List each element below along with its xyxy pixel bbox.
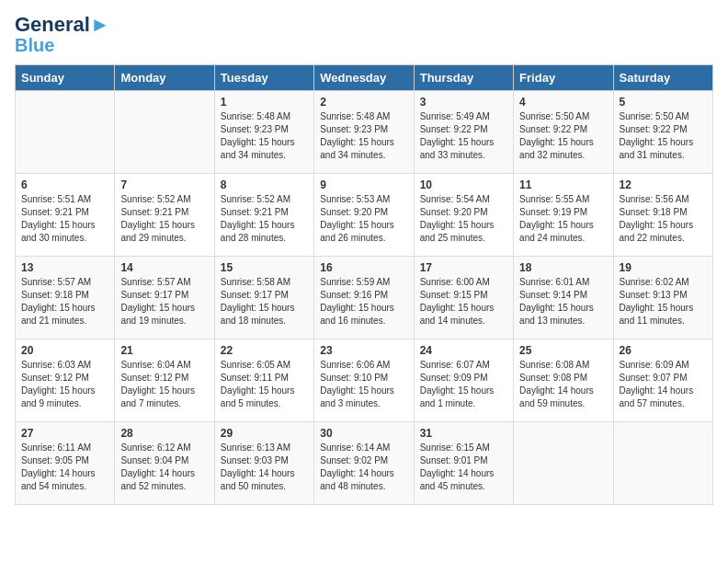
day-cell: 11 Sunrise: 5:55 AMSunset: 9:19 PMDaylig… (514, 174, 613, 257)
day-cell: 12 Sunrise: 5:56 AMSunset: 9:18 PMDaylig… (613, 174, 712, 257)
day-cell (16, 91, 115, 174)
day-number: 9 (320, 178, 407, 191)
day-info: Sunrise: 5:50 AMSunset: 9:22 PMDaylight:… (519, 110, 607, 162)
day-number: 8 (221, 178, 308, 191)
day-cell: 19 Sunrise: 6:02 AMSunset: 9:13 PMDaylig… (613, 257, 712, 339)
day-number: 18 (519, 261, 607, 274)
day-info: Sunrise: 6:08 AMSunset: 9:08 PMDaylight:… (519, 359, 607, 410)
day-info: Sunrise: 5:57 AMSunset: 9:17 PMDaylight:… (120, 276, 208, 327)
day-info: Sunrise: 6:09 AMSunset: 9:07 PMDaylight:… (620, 359, 707, 410)
header-sunday: Sunday (16, 65, 115, 91)
day-info: Sunrise: 5:51 AMSunset: 9:21 PMDaylight:… (21, 193, 108, 245)
day-info: Sunrise: 5:48 AMSunset: 9:23 PMDaylight:… (221, 110, 308, 162)
day-info: Sunrise: 6:04 AMSunset: 9:12 PMDaylight:… (120, 359, 208, 410)
week-row-3: 13 Sunrise: 5:57 AMSunset: 9:18 PMDaylig… (16, 257, 713, 339)
day-cell: 13 Sunrise: 5:57 AMSunset: 9:18 PMDaylig… (16, 257, 115, 339)
day-info: Sunrise: 5:53 AMSunset: 9:20 PMDaylight:… (320, 193, 407, 245)
day-cell: 15 Sunrise: 5:58 AMSunset: 9:17 PMDaylig… (214, 257, 313, 339)
header-thursday: Thursday (414, 65, 513, 91)
day-info: Sunrise: 5:48 AMSunset: 9:23 PMDaylight:… (320, 110, 407, 162)
day-cell: 24 Sunrise: 6:07 AMSunset: 9:09 PMDaylig… (414, 339, 513, 422)
day-cell (613, 422, 712, 505)
day-cell: 3 Sunrise: 5:49 AMSunset: 9:22 PMDayligh… (414, 91, 513, 174)
day-number: 5 (620, 96, 707, 109)
day-number: 13 (21, 261, 108, 274)
day-cell (115, 91, 214, 174)
day-info: Sunrise: 6:11 AMSunset: 9:05 PMDaylight:… (21, 442, 108, 493)
day-number: 3 (420, 96, 507, 109)
day-number: 21 (120, 344, 208, 357)
day-number: 12 (620, 178, 707, 191)
day-number: 6 (21, 178, 108, 191)
day-number: 25 (519, 344, 607, 357)
week-row-4: 20 Sunrise: 6:03 AMSunset: 9:12 PMDaylig… (16, 339, 713, 422)
day-number: 23 (320, 344, 407, 357)
day-info: Sunrise: 6:05 AMSunset: 9:11 PMDaylight:… (221, 359, 308, 410)
day-cell: 16 Sunrise: 5:59 AMSunset: 9:16 PMDaylig… (314, 257, 414, 339)
day-number: 1 (221, 96, 308, 109)
day-info: Sunrise: 5:52 AMSunset: 9:21 PMDaylight:… (221, 193, 308, 245)
day-cell: 2 Sunrise: 5:48 AMSunset: 9:23 PMDayligh… (314, 91, 414, 174)
day-cell: 28 Sunrise: 6:12 AMSunset: 9:04 PMDaylig… (115, 422, 214, 505)
day-number: 31 (420, 427, 507, 440)
day-cell: 10 Sunrise: 5:54 AMSunset: 9:20 PMDaylig… (414, 174, 513, 257)
week-row-1: 1 Sunrise: 5:48 AMSunset: 9:23 PMDayligh… (16, 91, 713, 174)
day-cell: 7 Sunrise: 5:52 AMSunset: 9:21 PMDayligh… (115, 174, 214, 257)
day-cell: 23 Sunrise: 6:06 AMSunset: 9:10 PMDaylig… (314, 339, 414, 422)
day-number: 30 (320, 427, 407, 440)
day-cell: 29 Sunrise: 6:13 AMSunset: 9:03 PMDaylig… (214, 422, 313, 505)
day-info: Sunrise: 5:52 AMSunset: 9:21 PMDaylight:… (120, 193, 208, 245)
day-number: 4 (519, 96, 607, 109)
day-number: 22 (221, 344, 308, 357)
day-info: Sunrise: 5:57 AMSunset: 9:18 PMDaylight:… (21, 276, 108, 327)
day-number: 26 (620, 344, 707, 357)
day-cell: 25 Sunrise: 6:08 AMSunset: 9:08 PMDaylig… (514, 339, 613, 422)
day-number: 16 (320, 261, 407, 274)
day-info: Sunrise: 6:06 AMSunset: 9:10 PMDaylight:… (320, 359, 407, 410)
week-row-2: 6 Sunrise: 5:51 AMSunset: 9:21 PMDayligh… (16, 174, 713, 257)
day-cell: 20 Sunrise: 6:03 AMSunset: 9:12 PMDaylig… (16, 339, 115, 422)
day-number: 19 (620, 261, 707, 274)
day-number: 15 (221, 261, 308, 274)
day-cell: 21 Sunrise: 6:04 AMSunset: 9:12 PMDaylig… (115, 339, 214, 422)
header-tuesday: Tuesday (214, 65, 313, 91)
day-info: Sunrise: 6:12 AMSunset: 9:04 PMDaylight:… (120, 442, 208, 493)
day-info: Sunrise: 6:03 AMSunset: 9:12 PMDaylight:… (21, 359, 108, 410)
day-cell: 5 Sunrise: 5:50 AMSunset: 9:22 PMDayligh… (613, 91, 712, 174)
logo-text: General► Blue (15, 15, 110, 55)
day-cell: 1 Sunrise: 5:48 AMSunset: 9:23 PMDayligh… (214, 91, 313, 174)
day-cell: 17 Sunrise: 6:00 AMSunset: 9:15 PMDaylig… (414, 257, 513, 339)
day-cell: 4 Sunrise: 5:50 AMSunset: 9:22 PMDayligh… (514, 91, 613, 174)
calendar-body: 1 Sunrise: 5:48 AMSunset: 9:23 PMDayligh… (16, 91, 713, 505)
day-number: 29 (221, 427, 308, 440)
day-cell: 31 Sunrise: 6:15 AMSunset: 9:01 PMDaylig… (414, 422, 513, 505)
day-cell: 22 Sunrise: 6:05 AMSunset: 9:11 PMDaylig… (214, 339, 313, 422)
day-cell: 18 Sunrise: 6:01 AMSunset: 9:14 PMDaylig… (514, 257, 613, 339)
day-info: Sunrise: 5:50 AMSunset: 9:22 PMDaylight:… (620, 110, 707, 162)
day-cell: 30 Sunrise: 6:14 AMSunset: 9:02 PMDaylig… (314, 422, 414, 505)
day-number: 11 (519, 178, 607, 191)
logo: General► Blue (15, 15, 110, 55)
day-cell: 8 Sunrise: 5:52 AMSunset: 9:21 PMDayligh… (214, 174, 313, 257)
day-number: 14 (120, 261, 208, 274)
day-info: Sunrise: 5:55 AMSunset: 9:19 PMDaylight:… (519, 193, 607, 245)
day-number: 20 (21, 344, 108, 357)
day-info: Sunrise: 5:58 AMSunset: 9:17 PMDaylight:… (221, 276, 308, 327)
header-friday: Friday (514, 65, 613, 91)
page-header: General► Blue (15, 15, 713, 55)
day-cell: 27 Sunrise: 6:11 AMSunset: 9:05 PMDaylig… (16, 422, 115, 505)
header-monday: Monday (115, 65, 214, 91)
day-cell: 14 Sunrise: 5:57 AMSunset: 9:17 PMDaylig… (115, 257, 214, 339)
day-info: Sunrise: 5:49 AMSunset: 9:22 PMDaylight:… (420, 110, 507, 162)
day-number: 7 (120, 178, 208, 191)
day-info: Sunrise: 6:07 AMSunset: 9:09 PMDaylight:… (420, 359, 507, 410)
day-cell: 6 Sunrise: 5:51 AMSunset: 9:21 PMDayligh… (16, 174, 115, 257)
day-number: 17 (420, 261, 507, 274)
day-number: 24 (420, 344, 507, 357)
day-number: 2 (320, 96, 407, 109)
day-info: Sunrise: 5:54 AMSunset: 9:20 PMDaylight:… (420, 193, 507, 245)
day-number: 27 (21, 427, 108, 440)
week-row-5: 27 Sunrise: 6:11 AMSunset: 9:05 PMDaylig… (16, 422, 713, 505)
day-info: Sunrise: 6:13 AMSunset: 9:03 PMDaylight:… (221, 442, 308, 493)
day-info: Sunrise: 6:14 AMSunset: 9:02 PMDaylight:… (320, 442, 407, 493)
